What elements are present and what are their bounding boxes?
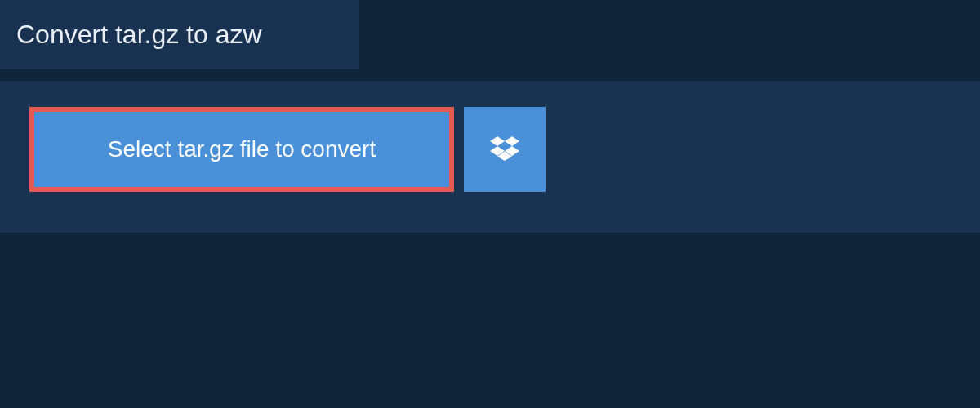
dropbox-button[interactable] [464,107,546,192]
page-title: Convert tar.gz to azw [16,20,327,50]
select-file-label: Select tar.gz file to convert [108,136,376,162]
dropbox-icon [490,134,519,166]
header-tab: Convert tar.gz to azw [0,0,359,69]
content-panel: Select tar.gz file to convert [0,81,980,233]
select-file-button[interactable]: Select tar.gz file to convert [29,107,454,192]
button-row: Select tar.gz file to convert [29,107,951,192]
